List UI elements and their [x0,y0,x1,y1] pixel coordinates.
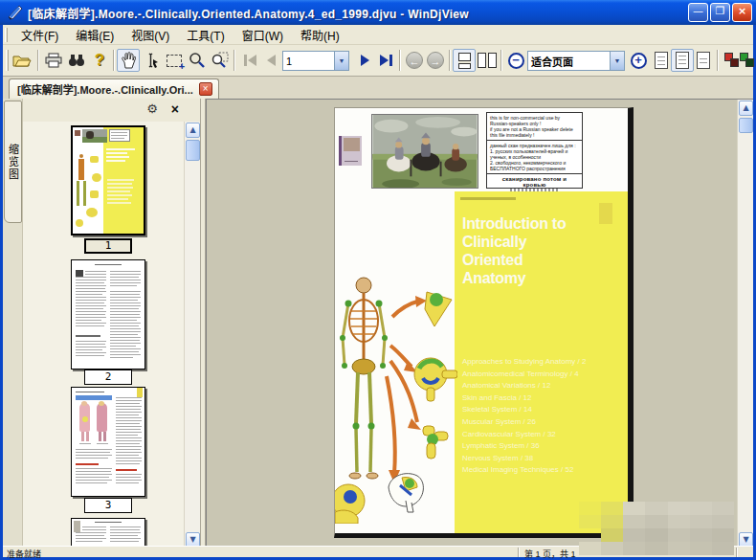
menu-item-view[interactable]: 视图(V) [122,25,178,45]
menu-item-edit[interactable]: 编辑(E) [67,25,122,45]
zoom-select-button[interactable] [209,49,232,72]
tab-bar: [临床解剖学].Moore.-.Clinically.Ori... × [3,77,753,99]
window-title: [临床解剖学].Moore.-.Clinically.Oriented.Anat… [28,5,684,21]
nav-forward-button[interactable]: → [424,49,447,72]
rotate-page-button[interactable] [738,49,756,72]
print-button[interactable] [42,49,65,72]
menu-item-tools[interactable]: 工具(T) [178,25,233,45]
fit-page-button[interactable] [671,49,694,72]
prev-page-icon [267,55,276,66]
document-scrollbar[interactable]: ▲ ▼ [737,100,753,549]
thumbnails-panel-tab[interactable]: 缩览图 [4,101,22,223]
page-actual-size-icon [655,52,668,69]
contents-entry: Skin and Fascia / 12 [462,392,586,405]
question-icon: ? [95,51,104,70]
notice-en-line1: this is for non-commercial use by Russia… [490,115,560,126]
last-page-button[interactable] [374,49,397,72]
zoom-out-button[interactable]: − [504,49,527,72]
cover-title: Introduction to Clinically Oriented Anat… [462,214,566,287]
cover-contents-list: Approaches to Studying Anatomy / 2 Anato… [462,356,586,477]
thumbnail-panel: ⚙ × [23,99,201,549]
zoom-in-button[interactable]: + [627,49,650,72]
toolbar-separator [449,50,451,71]
thumb3-art [72,388,145,496]
toolbar-separator [113,50,115,71]
document-page: this is for non-commercial use by Russia… [334,107,634,538]
thumbnail-page-number[interactable]: 1 [84,238,132,254]
back-circle-icon: ← [406,52,423,69]
tab-close-button[interactable]: × [199,82,212,96]
minimize-button[interactable]: — [688,3,708,22]
statusbar-separator [518,548,520,557]
scrollbar-thumb[interactable] [186,140,200,161]
zoom-out-icon: − [508,53,524,69]
nav-back-button[interactable]: ← [403,49,426,72]
prev-page-button[interactable] [259,49,282,72]
notice-ru-item1: 1. русских пользователей-врачей и ученых… [490,148,567,160]
thumbnail-page-3[interactable] [71,387,145,497]
combo-arrow-icon[interactable]: ▼ [334,52,348,70]
facing-page-layout-button[interactable] [476,49,499,72]
thumbnail-panel-header: ⚙ × [23,99,200,122]
first-page-button[interactable] [238,49,261,72]
open-button[interactable] [11,49,33,72]
thumbnail-page-4[interactable] [71,518,145,549]
toolbar-grip[interactable] [6,50,9,71]
toolbar: ? + [3,45,753,77]
zoom-in-icon: + [631,53,647,69]
rect-select-button[interactable]: + [163,49,186,72]
title-bar[interactable]: [临床解剖学].Moore.-.Clinically.Oriented.Anat… [0,0,756,25]
zoom-tool-button[interactable] [186,49,209,72]
gear-icon[interactable]: ⚙ [146,101,158,116]
fit-width-icon [697,52,710,69]
thumbnail-scrollbar[interactable]: ▲ ▼ [184,122,200,549]
facing-pages-icon [478,53,497,68]
thumb4-art [72,519,145,549]
menu-item-window[interactable]: 窗口(W) [233,25,292,45]
forward-circle-icon: → [427,52,444,69]
menu-item-file[interactable]: 文件(F) [12,25,67,45]
scroll-up-icon[interactable]: ▲ [186,123,200,138]
windjview-logo-icon [7,4,24,21]
maximize-button[interactable]: ❐ [710,3,730,22]
text-select-button[interactable] [140,49,163,72]
next-page-button[interactable] [353,49,376,72]
menubar-grip[interactable] [5,28,8,42]
page-number-combobox[interactable]: 1 ▼ [282,51,349,71]
cover-title-line: Anatomy [462,269,566,287]
printer-icon [45,53,62,68]
rect-select-icon: + [167,55,182,67]
scroll-up-icon[interactable]: ▲ [739,101,753,116]
notice-ru-item2: 2. свободного, некоммерческого и БЕСПЛАТ… [490,160,566,171]
hand-tool-button[interactable] [117,49,140,72]
cover-bookmark-tab [599,203,612,224]
search-button[interactable] [65,49,88,72]
document-tab[interactable]: [临床解剖学].Moore.-.Clinically.Ori... × [9,78,219,99]
thumbnail-page-2[interactable] [71,259,145,370]
page-number-value: 1 [283,56,334,67]
actual-size-button[interactable] [650,49,673,72]
zoom-combobox[interactable]: 适合页面 ▼ [527,51,625,71]
cover-title-line: Oriented [462,251,566,269]
document-view[interactable]: this is for non-commercial use by Russia… [206,99,753,549]
combo-arrow-icon[interactable]: ▼ [610,52,624,70]
cover-yellow-panel: Introduction to Clinically Oriented Anat… [455,191,628,533]
fit-width-button[interactable] [692,49,715,72]
windjview-window: [临床解剖学].Moore.-.Clinically.Oriented.Anat… [0,0,756,560]
help-button[interactable]: ? [88,49,111,72]
notice-en-line2: if you are not a Russian speaker delete … [490,126,573,138]
panel-close-icon[interactable]: × [171,101,179,117]
magnifier-dashed-icon [211,52,229,69]
toolbar-separator [37,50,39,71]
thumbnail-page-number[interactable]: 3 [84,498,132,513]
book-cover-image [339,136,362,166]
close-button[interactable]: × [732,3,752,22]
thumbnail-page-number[interactable]: 2 [84,370,132,385]
skeleton-illustration [335,271,457,524]
single-page-layout-button[interactable] [453,49,476,72]
toolbar-separator [399,50,401,71]
menu-item-help[interactable]: 帮助(H) [292,25,348,45]
scrollbar-thumb[interactable] [739,118,753,133]
thumbnail-page-1[interactable] [71,125,145,235]
document-tab-label: [临床解剖学].Moore.-.Clinically.Ori... [17,81,193,97]
